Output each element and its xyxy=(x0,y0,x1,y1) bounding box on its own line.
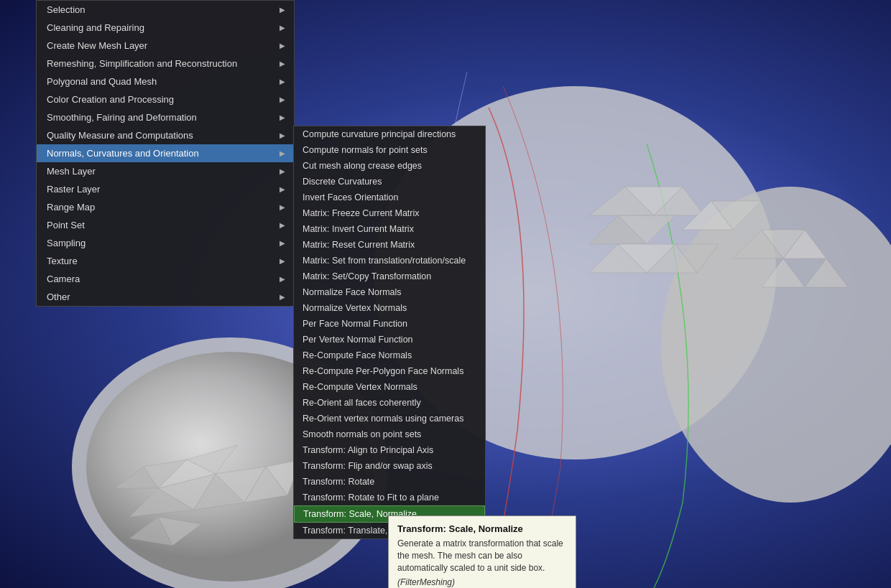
submenu-item-2[interactable]: Cut mesh along crease edges xyxy=(294,158,485,174)
menu-item-2[interactable]: Create New Mesh Layer▶ xyxy=(37,37,294,55)
submenu-item-12[interactable]: Per Face Normal Function xyxy=(294,316,485,332)
svg-marker-4 xyxy=(129,488,194,517)
svg-marker-29 xyxy=(783,230,826,258)
menu-item-3[interactable]: Remeshing, Simplification and Reconstruc… xyxy=(37,55,294,73)
submenu-item-23[interactable]: Transform: Rotate to Fit to a plane xyxy=(294,490,485,505)
svg-marker-24 xyxy=(589,244,647,273)
menu-item-1[interactable]: Cleaning and Repairing▶ xyxy=(37,19,294,37)
submenu-arrow-icon: ▶ xyxy=(280,293,285,301)
menu-item-label: Create New Mesh Layer xyxy=(47,40,147,51)
submenu-item-15[interactable]: Re-Compute Per-Polygon Face Normals xyxy=(294,363,485,379)
menu-item-4[interactable]: Polygonal and Quad Mesh▶ xyxy=(37,73,294,90)
submenu-item-17[interactable]: Re-Orient all faces coherently xyxy=(294,395,485,411)
menu-item-label: Point Set xyxy=(47,220,85,230)
svg-marker-9 xyxy=(187,445,237,474)
menu-item-label: Color Creation and Processing xyxy=(47,94,174,105)
svg-marker-17 xyxy=(625,187,683,215)
svg-marker-6 xyxy=(194,474,244,510)
menu-item-label: Mesh Layer xyxy=(47,166,96,177)
menu-item-label: Sampling xyxy=(47,238,86,248)
submenu-panel: Compute curvature principal directionsCo… xyxy=(293,126,486,539)
menu-item-14[interactable]: Texture▶ xyxy=(37,252,294,270)
menu-item-label: Polygonal and Quad Mesh xyxy=(47,76,157,87)
svg-marker-19 xyxy=(589,215,647,244)
submenu-item-3[interactable]: Discrete Curvatures xyxy=(294,174,485,190)
submenu-arrow-icon: ▶ xyxy=(280,113,285,121)
svg-marker-7 xyxy=(216,467,266,503)
submenu-arrow-icon: ▶ xyxy=(280,239,285,247)
submenu-arrow-icon: ▶ xyxy=(280,221,285,229)
submenu-arrow-icon: ▶ xyxy=(280,131,285,139)
menu-item-label: Other xyxy=(47,291,70,302)
svg-marker-11 xyxy=(144,459,187,488)
submenu-item-16[interactable]: Re-Compute Vertex Normals xyxy=(294,379,485,395)
submenu-arrow-icon: ▶ xyxy=(280,78,285,85)
submenu-item-19[interactable]: Smooth normals on point sets xyxy=(294,426,485,442)
svg-marker-31 xyxy=(762,258,805,287)
menu-item-5[interactable]: Color Creation and Processing▶ xyxy=(37,90,294,108)
svg-marker-21 xyxy=(683,201,733,230)
submenu-arrow-icon: ▶ xyxy=(280,42,285,50)
submenu-item-18[interactable]: Re-Orient vertex normals using cameras xyxy=(294,411,485,426)
svg-marker-22 xyxy=(711,201,762,230)
svg-marker-10 xyxy=(115,467,158,488)
svg-marker-23 xyxy=(733,230,783,258)
submenu-item-11[interactable]: Normalize Vertex Normals xyxy=(294,300,485,316)
svg-marker-28 xyxy=(762,230,805,258)
tooltip-description: Generate a matrix transformation that sc… xyxy=(397,538,567,574)
svg-marker-27 xyxy=(675,244,719,273)
menu-item-9[interactable]: Mesh Layer▶ xyxy=(37,162,294,180)
menu-item-6[interactable]: Smoothing, Fairing and Deformation▶ xyxy=(37,108,294,126)
menu-item-label: Remeshing, Simplification and Reconstruc… xyxy=(47,58,237,69)
submenu-arrow-icon: ▶ xyxy=(280,275,285,283)
svg-marker-14 xyxy=(129,517,172,546)
submenu-arrow-icon: ▶ xyxy=(280,167,285,175)
menu-item-0[interactable]: Selection▶ xyxy=(37,1,294,19)
submenu-item-4[interactable]: Invert Faces Orientation xyxy=(294,190,485,205)
menu-item-label: Texture xyxy=(47,256,78,266)
menu-item-10[interactable]: Raster Layer▶ xyxy=(37,180,294,198)
submenu-item-6[interactable]: Matrix: Invert Current Matrix xyxy=(294,221,485,237)
submenu-arrow-icon: ▶ xyxy=(280,6,285,14)
svg-marker-26 xyxy=(647,244,697,273)
submenu-item-14[interactable]: Re-Compute Face Normals xyxy=(294,347,485,363)
tooltip-title: Transform: Scale, Normalize xyxy=(397,523,567,534)
menu-item-11[interactable]: Range Map▶ xyxy=(37,198,294,216)
svg-marker-20 xyxy=(618,215,675,244)
svg-point-3 xyxy=(661,187,891,503)
submenu-item-8[interactable]: Matrix: Set from translation/rotation/sc… xyxy=(294,253,485,269)
svg-marker-30 xyxy=(805,258,848,287)
svg-marker-8 xyxy=(158,459,216,488)
submenu-arrow-icon: ▶ xyxy=(280,60,285,67)
menu-item-8[interactable]: Normals, Curvatures and Orientation▶ xyxy=(37,144,294,162)
submenu-item-0[interactable]: Compute curvature principal directions xyxy=(294,126,485,142)
menu-item-12[interactable]: Point Set▶ xyxy=(37,216,294,234)
submenu-arrow-icon: ▶ xyxy=(280,149,285,157)
submenu-item-20[interactable]: Transform: Align to Principal Axis xyxy=(294,442,485,458)
menu-item-label: Raster Layer xyxy=(47,184,100,195)
submenu-item-10[interactable]: Normalize Face Normals xyxy=(294,284,485,300)
submenu-item-1[interactable]: Compute normals for point sets xyxy=(294,142,485,158)
menu-item-16[interactable]: Other▶ xyxy=(37,288,294,306)
submenu-item-21[interactable]: Transform: Flip and/or swap axis xyxy=(294,458,485,474)
tooltip-filter: (FilterMeshing) xyxy=(397,577,567,587)
svg-marker-12 xyxy=(244,467,287,503)
menu-item-13[interactable]: Sampling▶ xyxy=(37,234,294,252)
submenu-item-7[interactable]: Matrix: Reset Current Matrix xyxy=(294,237,485,253)
tooltip-box: Transform: Scale, Normalize Generate a m… xyxy=(388,515,576,588)
svg-marker-18 xyxy=(654,187,704,215)
submenu-arrow-icon: ▶ xyxy=(280,257,285,265)
submenu-arrow-icon: ▶ xyxy=(280,24,285,32)
submenu-item-5[interactable]: Matrix: Freeze Current Matrix xyxy=(294,205,485,221)
menu-item-label: Cleaning and Repairing xyxy=(47,22,144,33)
submenu-item-9[interactable]: Matrix: Set/Copy Transformation xyxy=(294,269,485,284)
menu-item-label: Camera xyxy=(47,274,80,284)
submenu-item-22[interactable]: Transform: Rotate xyxy=(294,474,485,490)
menu-item-label: Range Map xyxy=(47,202,95,213)
menu-item-7[interactable]: Quality Measure and Computations▶ xyxy=(37,126,294,144)
svg-marker-5 xyxy=(158,474,216,510)
menu-item-15[interactable]: Camera▶ xyxy=(37,270,294,288)
submenu-item-13[interactable]: Per Vertex Normal Function xyxy=(294,332,485,347)
menu-item-label: Selection xyxy=(47,4,85,15)
submenu-arrow-icon: ▶ xyxy=(280,185,285,193)
